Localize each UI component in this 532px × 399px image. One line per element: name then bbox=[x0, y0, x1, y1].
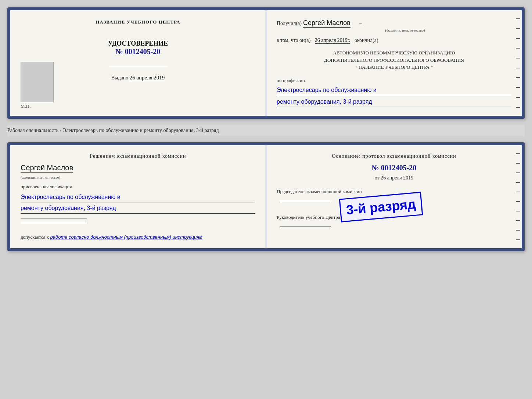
ot-date: 26 апреля 2019 bbox=[381, 175, 413, 181]
protocol-number: № 0012405-20 bbox=[277, 164, 511, 172]
doc2-left-panel: Решением экзаменационной комиссии Сергей… bbox=[10, 145, 266, 249]
ot-date-row: от 26 апреля 2019 bbox=[277, 175, 511, 181]
photo-placeholder bbox=[21, 62, 54, 102]
org-block: АВТОНОМНУЮ НЕКОММЕРЧЕСКУЮ ОРГАНИЗАЦИЮ ДО… bbox=[277, 49, 511, 71]
right-edge-decoration-2 bbox=[514, 145, 522, 249]
poluchil-name: Сергей Маслов bbox=[303, 19, 351, 28]
resheniem-title: Решением экзаменационной комиссии bbox=[21, 153, 255, 159]
org-line3: " НАЗВАНИЕ УЧЕБНОГО ЦЕНТРА " bbox=[277, 64, 511, 71]
po-professii-label: по профессии bbox=[277, 78, 511, 83]
org-line1: АВТОНОМНУЮ НЕКОММЕРЧЕСКУЮ ОРГАНИЗАЦИЮ bbox=[277, 49, 511, 57]
dopuskaetsya-line: допускается к работе согласно должностны… bbox=[21, 234, 255, 240]
dopusk-text: работе согласно должностным (производств… bbox=[50, 234, 202, 240]
qualification-block: Электрослесарь по обслуживанию и ремонту… bbox=[21, 192, 255, 214]
person-name: Сергей Маслов bbox=[21, 164, 73, 173]
page-container: НАЗВАНИЕ УЧЕБНОГО ЦЕНТРА УДОСТОВЕРЕНИЕ №… bbox=[7, 7, 525, 251]
v-tom-label: в том, что он(а) bbox=[277, 38, 310, 43]
right-edge-decoration bbox=[514, 10, 522, 116]
fio-subtitle-1: (фамилия, имя, отчество) bbox=[299, 28, 511, 32]
doc1-right-panel: Получил(а) Сергей Маслов – (фамилия, имя… bbox=[266, 10, 522, 116]
dash-1: – bbox=[359, 21, 362, 26]
person-name-row: Сергей Маслов (фамилия, имя, отчество) bbox=[21, 164, 255, 180]
issued-date: 26 апреля 2019 bbox=[130, 75, 165, 81]
profession-line2: ремонту оборудования, 3-й разряд bbox=[277, 97, 511, 107]
issued-label: Выдано bbox=[111, 75, 129, 81]
doc2-right-panel: Основание: протокол экзаменационной коми… bbox=[266, 145, 522, 249]
fio-subtitle-2: (фамилия, имя, отчество) bbox=[21, 175, 60, 179]
document-card-2: Решением экзаменационной комиссии Сергей… bbox=[7, 142, 525, 252]
profession-block: Электрослесарь по обслуживанию и ремонту… bbox=[277, 85, 511, 107]
v-tom-row: в том, что он(а) 26 апреля 2019г. окончи… bbox=[277, 38, 511, 43]
doc1-left-panel: НАЗВАНИЕ УЧЕБНОГО ЦЕНТРА УДОСТОВЕРЕНИЕ №… bbox=[10, 10, 266, 116]
org-line2: ДОПОЛНИТЕЛЬНОГО ПРОФЕССИОНАЛЬНОГО ОБРАЗО… bbox=[277, 57, 511, 64]
profession-line1: Электрослесарь по обслуживанию и bbox=[277, 85, 511, 95]
stamp-text: 3-й разряд bbox=[346, 196, 417, 217]
separator-text: Рабочая специальность - Электрослесарь п… bbox=[7, 125, 525, 136]
issued-line: Выдано 26 апреля 2019 bbox=[21, 75, 255, 81]
okonchil-label: окончил(а) bbox=[355, 38, 378, 43]
mp-label: М.П. bbox=[21, 103, 30, 109]
osnovanie-title: Основание: протокол экзаменационной коми… bbox=[277, 153, 511, 159]
document-card-1: НАЗВАНИЕ УЧЕБНОГО ЦЕНТРА УДОСТОВЕРЕНИЕ №… bbox=[7, 7, 525, 119]
poluchil-row: Получил(а) Сергей Маслов – (фамилия, имя… bbox=[277, 19, 511, 32]
udostoverenie-title: УДОСТОВЕРЕНИЕ bbox=[21, 40, 255, 47]
training-center-label-1: НАЗВАНИЕ УЧЕБНОГО ЦЕНТРА bbox=[21, 19, 255, 25]
poluchil-label: Получил(а) bbox=[277, 21, 302, 26]
v-tom-date: 26 апреля 2019г. bbox=[315, 38, 351, 44]
qualification-line1: Электрослесарь по обслуживанию и bbox=[21, 192, 255, 203]
doc-number-1: № 0012405-20 bbox=[21, 47, 255, 56]
ot-label: от bbox=[375, 175, 380, 181]
qualification-line2: ремонту оборудования, 3-й разряд bbox=[21, 203, 255, 214]
dopuskaetsya-label: допускается к bbox=[21, 234, 49, 240]
prisvoena-label: присвоена квалификация bbox=[21, 184, 255, 190]
